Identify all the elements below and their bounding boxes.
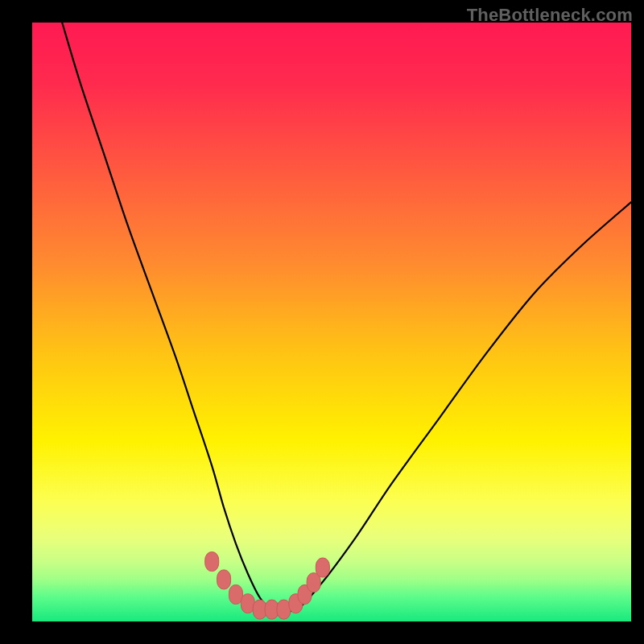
bottleneck-chart <box>0 0 644 644</box>
marker-point <box>217 570 231 589</box>
marker-point <box>205 552 219 572</box>
plot-background <box>32 23 631 621</box>
chart-frame: TheBottleneck.com <box>0 0 644 644</box>
marker-point <box>316 558 329 577</box>
watermark-text: TheBottleneck.com <box>467 5 633 26</box>
